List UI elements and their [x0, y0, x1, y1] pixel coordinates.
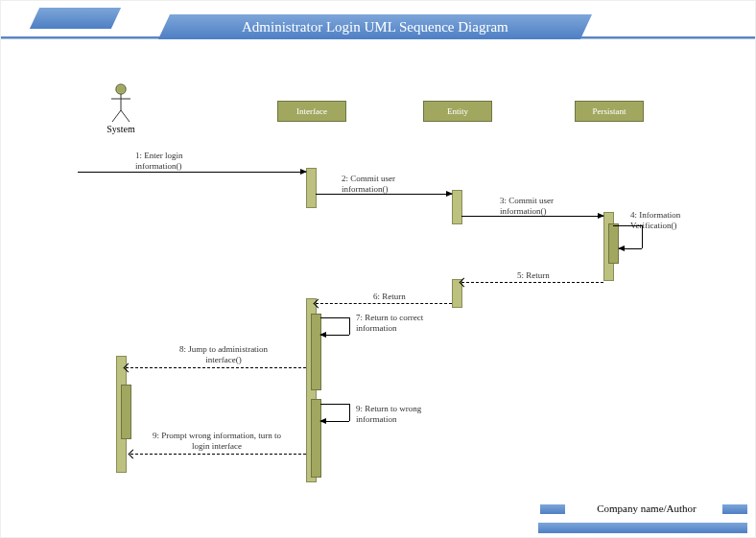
msg-6-arrow	[316, 303, 452, 304]
msg-2-label: 2: Commit user information()	[342, 174, 418, 195]
msg-6-label: 6: Return	[373, 292, 406, 302]
page-title: Administrator Login UML Sequence Diagram	[242, 14, 508, 39]
msg-4-top	[613, 225, 642, 226]
msg-4-down	[642, 225, 643, 248]
msg-3-label: 3: Commit user information()	[500, 196, 577, 217]
msg-8-label: 8: Jump to administration interface()	[171, 344, 276, 365]
footer-bar	[538, 523, 747, 533]
footer-cap-right	[722, 504, 747, 514]
msg-1-arrow	[78, 172, 306, 173]
msg-9a-top	[320, 404, 349, 405]
msg-5-arrow	[461, 282, 603, 283]
msg-3-arrow	[461, 216, 603, 217]
msg-4-label: 4: Information Verification()	[630, 210, 697, 231]
activation-interface-inner1	[311, 314, 321, 390]
msg-7-bot	[320, 335, 349, 336]
activation-interface-1	[306, 168, 317, 208]
msg-2-arrow	[316, 194, 452, 195]
msg-7-down	[349, 317, 350, 335]
svg-line-4	[112, 110, 121, 122]
lifeline-persistant: Persistant	[575, 101, 644, 122]
msg-7-top	[320, 317, 349, 318]
msg-9b-arrow	[130, 454, 306, 455]
msg-9a-label: 9: Return to wrong information	[356, 404, 433, 425]
header-tab	[30, 8, 121, 29]
activation-persistant-inner	[608, 223, 619, 264]
activation-entity-1	[452, 190, 462, 224]
actor-system: System	[102, 83, 140, 134]
msg-9a-bot	[320, 421, 349, 422]
title-banner: Administrator Login UML Sequence Diagram	[158, 14, 592, 39]
diagram-canvas: Administrator Login UML Sequence Diagram…	[0, 0, 756, 538]
footer-cap-left	[540, 504, 565, 514]
activation-system-inner	[121, 385, 131, 439]
msg-5-label: 5: Return	[517, 270, 550, 281]
msg-1-label: 1: Enter login information()	[135, 151, 212, 172]
msg-4-bot	[619, 248, 642, 249]
actor-label: System	[102, 124, 140, 134]
footer-author: Company name/Author	[577, 503, 717, 514]
msg-7-label: 7: Return to correct information	[356, 313, 433, 334]
svg-point-1	[117, 85, 125, 93]
lifeline-interface: Interface	[277, 101, 346, 122]
svg-line-5	[121, 110, 130, 122]
msg-9b-label: 9: Prompt wrong information, turn to log…	[150, 431, 284, 452]
actor-icon	[110, 83, 131, 122]
msg-9a-down	[349, 404, 350, 421]
msg-8-arrow	[126, 367, 306, 368]
lifeline-entity: Entity	[423, 101, 492, 122]
activation-interface-inner2	[311, 399, 321, 478]
